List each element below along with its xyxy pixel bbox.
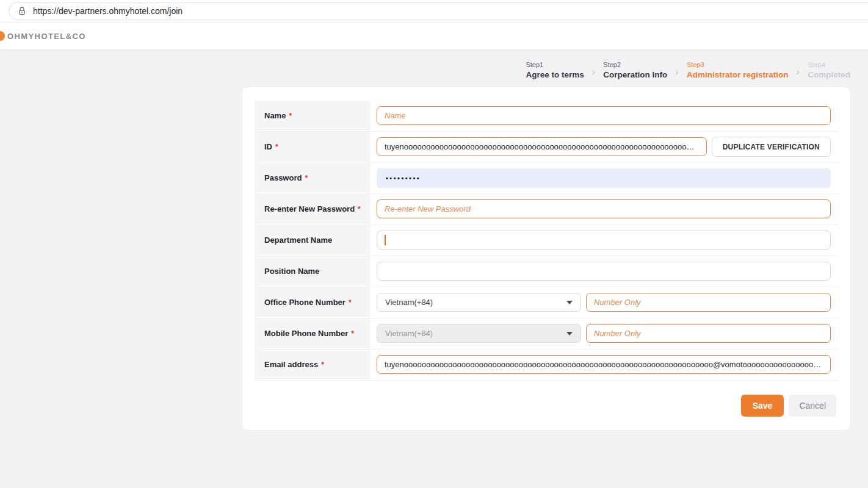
logo-text: OHMYHOTEL&CO — [7, 32, 86, 41]
step-number: Step4 — [808, 61, 850, 68]
form-row-name: Name * — [255, 101, 838, 131]
department-input[interactable] — [377, 231, 831, 249]
form-actions: Save Cancel — [741, 395, 836, 417]
step-number: Step3 — [687, 61, 789, 68]
dropdown-arrow-icon — [566, 332, 573, 336]
form-row-reenter-password: Re-enter New Password * — [255, 194, 838, 224]
dropdown-arrow-icon — [566, 301, 573, 304]
step-label: Corperation Info — [603, 70, 667, 79]
form-row-position: Position Name — [255, 256, 838, 286]
site-header: OHMYHOTEL&CO — [0, 23, 868, 50]
site-logo[interactable]: OHMYHOTEL&CO — [0, 23, 86, 49]
form-row-password: Password * — [255, 163, 838, 193]
chevron-right-icon: › — [675, 66, 679, 77]
text-caret — [385, 235, 386, 245]
lock-icon[interactable] — [18, 6, 26, 16]
id-label: ID * — [255, 132, 371, 162]
name-input[interactable] — [377, 106, 831, 125]
office-phone-number-input[interactable] — [586, 293, 831, 312]
office-phone-country-select[interactable]: Vietnam(+84) — [377, 293, 581, 312]
form-row-id: ID * DUPLICATE VERIFICATION — [255, 132, 838, 162]
required-marker: * — [289, 112, 292, 120]
registration-stepper: Step1 Agree to terms › Step2 Corperation… — [526, 61, 850, 79]
step-label: Agree to terms — [526, 70, 584, 79]
step-label: Administrator registration — [687, 70, 789, 79]
chevron-right-icon: › — [592, 66, 596, 77]
url-text: https://dev-partners.ohmyhotel.com/join — [33, 6, 183, 16]
duplicate-verification-button[interactable]: DUPLICATE VERIFICATION — [712, 137, 831, 157]
required-marker: * — [358, 205, 361, 214]
office-phone-country-value: Vietnam(+84) — [385, 298, 433, 307]
mobile-phone-country-value: Vietnam(+84) — [385, 329, 433, 338]
form-row-office-phone: Office Phone Number * Vietnam(+84) — [255, 287, 838, 317]
mobile-phone-label: Mobile Phone Number * — [255, 318, 371, 348]
required-marker: * — [351, 329, 354, 338]
name-label: Name * — [255, 101, 371, 131]
step-number: Step1 — [526, 61, 584, 68]
required-marker: * — [275, 143, 278, 151]
stepper-step-completed: Step4 Completed — [808, 61, 850, 79]
browser-toolbar: https://dev-partners.ohmyhotel.com/join — [0, 0, 868, 23]
step-number: Step2 — [603, 61, 667, 68]
department-label: Department Name — [255, 225, 371, 255]
reenter-password-label: Re-enter New Password * — [255, 194, 371, 224]
stepper-step-corperation-info: Step2 Corperation Info — [603, 61, 667, 79]
position-input[interactable] — [377, 262, 831, 281]
administrator-registration-card: Name * ID * DUPLICATE VERIFICATION Passw… — [242, 87, 850, 430]
reenter-password-input[interactable] — [377, 199, 831, 218]
form-row-department: Department Name — [255, 225, 838, 255]
mobile-phone-number-input[interactable] — [586, 324, 831, 343]
chevron-right-icon: › — [797, 66, 800, 77]
form-row-mobile-phone: Mobile Phone Number * Vietnam(+84) — [255, 318, 838, 348]
required-marker: * — [349, 298, 352, 307]
stepper-step-administrator-registration: Step3 Administrator registration — [687, 61, 789, 79]
form-row-email: Email address * — [255, 350, 838, 379]
required-marker: * — [321, 361, 324, 369]
office-phone-label: Office Phone Number * — [255, 287, 371, 317]
step-label: Completed — [808, 70, 850, 79]
password-input[interactable] — [377, 168, 831, 188]
mobile-phone-country-select[interactable]: Vietnam(+84) — [377, 324, 581, 343]
cancel-button[interactable]: Cancel — [789, 395, 836, 417]
save-button[interactable]: Save — [741, 395, 784, 417]
email-label: Email address * — [255, 350, 371, 379]
email-input[interactable] — [377, 355, 831, 374]
password-label: Password * — [255, 163, 371, 193]
id-input[interactable] — [377, 137, 707, 156]
position-label: Position Name — [255, 256, 371, 286]
stepper-step-agree-to-terms: Step1 Agree to terms — [526, 61, 584, 79]
logo-circle-icon — [0, 31, 5, 41]
registration-form: Name * ID * DUPLICATE VERIFICATION Passw… — [255, 101, 838, 381]
address-bar[interactable]: https://dev-partners.ohmyhotel.com/join — [9, 2, 868, 20]
required-marker: * — [305, 174, 308, 182]
